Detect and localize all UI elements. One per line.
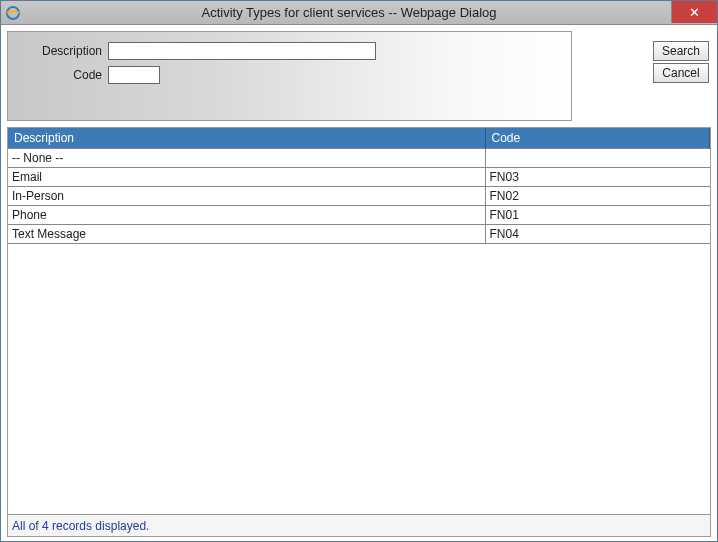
- button-column: Search Cancel: [653, 31, 711, 83]
- status-bar: All of 4 records displayed.: [8, 514, 710, 536]
- description-input[interactable]: [108, 42, 376, 60]
- results-table-area: Description Code -- None --EmailFN03In-P…: [7, 127, 711, 537]
- cell-description: Phone: [8, 206, 485, 225]
- cell-code: FN01: [485, 206, 709, 225]
- search-button[interactable]: Search: [653, 41, 709, 61]
- cancel-button[interactable]: Cancel: [653, 63, 709, 83]
- results-table: Description Code -- None --EmailFN03In-P…: [8, 128, 710, 244]
- code-input[interactable]: [108, 66, 160, 84]
- cell-description: -- None --: [8, 149, 485, 168]
- description-label: Description: [18, 44, 108, 58]
- cell-description: Email: [8, 168, 485, 187]
- window-title: Activity Types for client services -- We…: [21, 5, 717, 20]
- cell-description: Text Message: [8, 225, 485, 244]
- search-panel: Description Code: [7, 31, 572, 121]
- cell-code: [485, 149, 709, 168]
- table-header-row: Description Code: [8, 128, 710, 149]
- close-button[interactable]: ✕: [671, 1, 717, 23]
- cell-code: FN03: [485, 168, 709, 187]
- content-area: Description Code Search Cancel: [1, 25, 717, 541]
- dialog-window: Activity Types for client services -- We…: [0, 0, 718, 542]
- table-empty-area: [8, 244, 710, 514]
- column-header-description[interactable]: Description: [8, 128, 485, 149]
- close-icon: ✕: [689, 5, 700, 20]
- cell-description: In-Person: [8, 187, 485, 206]
- ie-icon: [5, 5, 21, 21]
- search-row: Description Code Search Cancel: [7, 31, 711, 121]
- table-row[interactable]: Text MessageFN04: [8, 225, 710, 244]
- table-row[interactable]: In-PersonFN02: [8, 187, 710, 206]
- table-row[interactable]: -- None --: [8, 149, 710, 168]
- table-row[interactable]: PhoneFN01: [8, 206, 710, 225]
- code-label: Code: [18, 68, 108, 82]
- cell-code: FN02: [485, 187, 709, 206]
- titlebar: Activity Types for client services -- We…: [1, 1, 717, 25]
- cell-code: FN04: [485, 225, 709, 244]
- column-header-code[interactable]: Code: [485, 128, 709, 149]
- table-row[interactable]: EmailFN03: [8, 168, 710, 187]
